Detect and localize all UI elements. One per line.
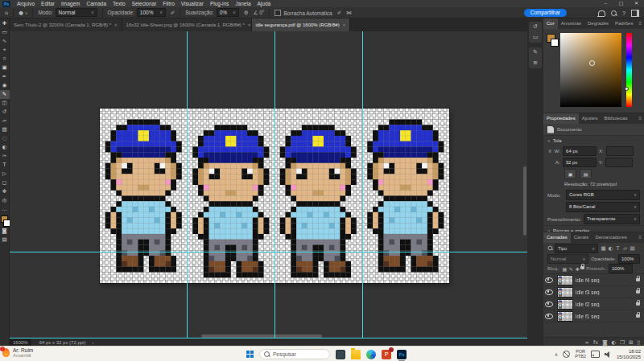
help-icon[interactable]: ? — [622, 10, 625, 16]
document-tab[interactable]: Sem Título-2 @ 3200% (Camada 1, RGB/8) *… — [10, 18, 122, 31]
tab-amostras[interactable]: Amostras — [558, 18, 584, 29]
canvas-section-header[interactable]: ∨Tela — [543, 136, 644, 146]
filter-smart-icon[interactable]: ▤ — [629, 245, 636, 252]
share-button[interactable]: Compartilhar — [524, 9, 567, 17]
brush-preset-picker[interactable]: ●∨ — [19, 10, 27, 16]
tab-close-icon[interactable]: × — [248, 23, 251, 27]
zoom-tool[interactable]: ◎ — [0, 196, 10, 205]
menu-filtro[interactable]: Filtro — [163, 1, 174, 6]
dodge-tool[interactable]: ◐ — [0, 143, 10, 152]
layer-name[interactable]: idle f1 seg — [576, 314, 636, 319]
layer-row[interactable]: idle f4 seg — [543, 274, 644, 286]
marquee-tool[interactable]: ▭ — [0, 28, 10, 37]
mode-dropdown[interactable]: Normal∨ — [56, 8, 97, 17]
bit-depth-dropdown[interactable]: 8 Bits/Canal∨ — [566, 202, 640, 212]
blur-tool[interactable]: ◌ — [0, 134, 10, 143]
guide-vertical[interactable] — [275, 31, 275, 338]
tab-cor[interactable]: Cor — [543, 18, 558, 29]
checkbox-icon[interactable] — [275, 10, 281, 16]
guide-horizontal[interactable] — [10, 252, 527, 252]
file-explorer-icon[interactable] — [351, 350, 361, 359]
layer-name[interactable]: idle f3 seg — [576, 289, 636, 295]
lock-all-icon[interactable] — [580, 266, 584, 269]
layer-opacity-field[interactable]: 100% — [618, 254, 640, 264]
layer-thumbnail[interactable] — [558, 288, 572, 297]
hue-slider-thumb[interactable] — [625, 87, 629, 91]
pressure-size-icon[interactable]: ✐ — [337, 10, 341, 16]
minimize-button[interactable]: – — [598, 0, 613, 7]
workspace-switcher-icon[interactable] — [631, 10, 639, 17]
gradient-tool[interactable]: ▨ — [0, 125, 10, 134]
tab-camadas[interactable]: Camadas — [543, 232, 571, 243]
comments-panel-icon[interactable]: ▭ — [529, 32, 542, 43]
menu-plugins[interactable]: Plug-ins — [210, 1, 229, 6]
auto-erase-checkbox[interactable]: Borracha Automática — [275, 10, 332, 16]
x-field[interactable] — [606, 146, 634, 156]
tab-bibliotecas[interactable]: Bibliotecas — [601, 113, 630, 124]
shape-tool[interactable]: ◻ — [0, 178, 10, 187]
cast-icon[interactable] — [591, 351, 600, 358]
link-dimensions-icon[interactable]: ∞ — [547, 149, 553, 154]
layer-name[interactable]: idle f2 seg — [576, 302, 636, 307]
layer-name[interactable]: idle f4 seg — [576, 277, 636, 283]
volume-icon[interactable] — [605, 351, 612, 358]
object-selection-tool[interactable]: ⌖ — [0, 46, 10, 55]
layer-mask-icon[interactable]: ◙ — [602, 339, 607, 346]
layer-visibility-cell[interactable] — [543, 298, 555, 310]
start-button[interactable] — [246, 351, 254, 358]
path-selection-tool[interactable]: ▷ — [0, 170, 10, 178]
tab-close-icon[interactable]: × — [343, 23, 346, 27]
menu-visualizar[interactable]: Visualizar — [181, 1, 204, 6]
menu-imagem[interactable]: Imagem — [61, 1, 80, 6]
notifications-bell-icon[interactable] — [598, 10, 605, 16]
weather-widget[interactable]: Ar: Ruim Amanhã — [2, 347, 33, 358]
tray-status-icon[interactable] — [563, 351, 570, 358]
filter-shape-icon[interactable]: ▱ — [621, 245, 629, 252]
background-color-swatch[interactable] — [551, 39, 559, 47]
search-icon[interactable] — [611, 10, 617, 16]
type-tool[interactable]: T — [0, 161, 10, 170]
height-field[interactable]: 32 px — [563, 158, 597, 167]
screen-mode[interactable]: ▤ — [0, 236, 10, 244]
layer-thumbnail[interactable] — [558, 300, 572, 309]
menu-janela[interactable]: Janela — [235, 1, 250, 6]
tab-canais[interactable]: Canais — [571, 232, 592, 243]
panel-menu-icon[interactable]: ≡ — [638, 232, 642, 243]
panel-menu-icon[interactable]: ≡ — [638, 113, 642, 124]
trim-canvas-button[interactable]: ▤ — [580, 169, 592, 179]
y-field[interactable] — [605, 158, 633, 167]
smoothing-gear-icon[interactable]: ⚙ — [244, 10, 249, 16]
photoshop-taskbar-icon[interactable]: Ps — [397, 350, 407, 359]
layer-row[interactable]: idle f3 seg — [543, 286, 644, 298]
document-tab[interactable]: 16x32 Idle-Sheet.png @ 1600% (Camada 1, … — [122, 18, 252, 31]
menu-camada[interactable]: Camada — [87, 1, 107, 6]
eye-icon[interactable] — [545, 277, 553, 283]
hue-slider[interactable] — [626, 33, 632, 107]
layer-fill-field[interactable]: 100% — [609, 264, 633, 273]
tab-padres[interactable]: Padrões — [612, 18, 636, 29]
delete-layer-icon[interactable]: ▯ — [637, 339, 640, 346]
color-cursor[interactable] — [589, 60, 595, 66]
menu-texto[interactable]: Texto — [113, 1, 126, 6]
language-indicator[interactable]: PORPTB2 — [575, 350, 586, 359]
lock-position-icon[interactable]: ✚ — [574, 266, 580, 272]
symmetry-icon[interactable]: ⋈ — [346, 10, 352, 16]
lock-pixels-icon[interactable]: ✎ — [568, 266, 574, 272]
crop-canvas-button[interactable]: ▣ — [564, 169, 576, 179]
edge-browser-icon[interactable] — [366, 350, 376, 359]
status-chevron-icon[interactable]: › — [92, 340, 93, 345]
guide-vertical[interactable] — [362, 31, 363, 338]
layer-thumbnail[interactable] — [558, 312, 572, 321]
eye-icon[interactable] — [545, 302, 553, 307]
layer-visibility-cell[interactable] — [543, 310, 555, 322]
frame-tool[interactable]: ▣ — [0, 64, 10, 72]
close-button[interactable]: ✕ — [629, 0, 644, 7]
eye-icon[interactable] — [545, 289, 553, 295]
layer-effects-icon[interactable]: fx — [593, 339, 598, 346]
panel-menu-icon[interactable]: ≡ — [638, 18, 642, 29]
new-layer-icon[interactable]: ⊞ — [629, 339, 633, 346]
tab-ajustes[interactable]: Ajustes — [579, 113, 601, 124]
menu-editar[interactable]: Editar — [41, 1, 55, 6]
brush-settings-panel-icon[interactable]: ✎ — [529, 47, 542, 58]
brushes-panel-icon[interactable]: ≡ — [529, 58, 542, 68]
